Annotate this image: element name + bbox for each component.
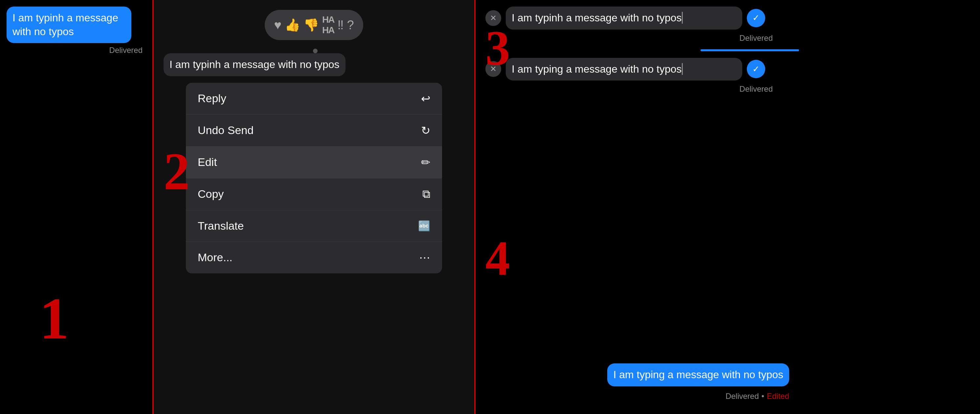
reaction-thumbsdown-icon[interactable]: 👎 (304, 18, 319, 32)
reaction-heart-icon[interactable]: ♥ (274, 18, 282, 32)
reaction-haha-icon[interactable]: HAHA (322, 14, 334, 35)
menu-item-undo-send[interactable]: Undo Send ↻ (186, 115, 442, 146)
menu-translate-label: Translate (198, 220, 244, 232)
panel-2: ♥ 👍 👎 HAHA ‼ ? I am typinh a message wit… (154, 0, 476, 414)
menu-copy-label: Copy (198, 188, 224, 201)
text-selection-bar (700, 49, 799, 51)
edit-bubble-1[interactable]: I am typinh a message with no typos (506, 6, 742, 30)
edited-badge: Edited (767, 392, 789, 401)
message-bubble-2: I am typinh a message with no typos (164, 53, 345, 76)
translate-icon: 🔤 (418, 220, 430, 232)
menu-item-reply[interactable]: Reply ↩ (186, 83, 442, 115)
status-row-4: Delivered • Edited (476, 392, 799, 401)
sent-bubble-4: I am typing a message with no typos (607, 363, 789, 386)
send-button-2[interactable]: ✓ (747, 60, 765, 78)
step-number-1: 1 (40, 289, 69, 348)
send-button-1[interactable]: ✓ (747, 9, 765, 27)
edit-text-2: I am typing (512, 63, 563, 75)
sent-bubble-row: I am typing a message with no typos (476, 363, 799, 390)
reaction-emphasis-icon[interactable]: ‼ (337, 18, 344, 32)
menu-edit-label: Edit (198, 156, 217, 169)
menu-item-more[interactable]: More... ⋯ (186, 242, 442, 273)
cursor-1: a message with no typos (563, 12, 683, 24)
panel-3: ✕ I am typinh a message with no typos ✓ … (476, 0, 799, 414)
step-number-3: 3 (485, 20, 510, 76)
cursor-2: a message with no typos (563, 63, 683, 75)
menu-reply-label: Reply (198, 92, 226, 105)
delivered-status-3b: Delivered (476, 84, 799, 94)
delivered-label-4: Delivered (725, 392, 759, 401)
context-menu: Reply ↩ Undo Send ↻ Edit ✏ Copy ⧉ Transl… (186, 83, 442, 273)
reply-icon: ↩ (421, 92, 430, 105)
delivered-status-3a: Delivered (476, 33, 799, 43)
edit-row-1: ✕ I am typinh a message with no typos ✓ (476, 6, 799, 30)
edit-icon: ✏ (421, 156, 430, 169)
reaction-question-icon[interactable]: ? (347, 18, 354, 32)
menu-more-label: More... (198, 251, 232, 264)
edit-bubble-2[interactable]: I am typing a message with no typos (506, 58, 742, 81)
step-number-4: 4 (485, 230, 510, 287)
reaction-bar: ♥ 👍 👎 HAHA ‼ ? (265, 10, 363, 40)
copy-icon: ⧉ (422, 188, 430, 201)
edit-text-1: I am typinh (512, 12, 563, 24)
delivered-status-1: Delivered (6, 46, 146, 55)
menu-item-copy[interactable]: Copy ⧉ (186, 178, 442, 210)
undo-send-icon: ↻ (421, 124, 430, 137)
reaction-thumbsup-icon[interactable]: 👍 (285, 18, 300, 32)
more-icon: ⋯ (419, 251, 430, 264)
bubble-tail-dot (313, 49, 318, 53)
panel-1: I am typinh a message with no typos Deli… (0, 0, 154, 414)
step-number-2: 2 (164, 141, 190, 202)
menu-item-translate[interactable]: Translate 🔤 (186, 210, 442, 242)
menu-item-edit[interactable]: Edit ✏ (186, 146, 442, 178)
message-bubble-1: I am typinh a message with no typos (6, 6, 131, 43)
dot-separator: • (762, 392, 764, 401)
edit-row-2: ✕ I am typing a message with no typos ✓ (476, 58, 799, 81)
message-bubble-row-2: I am typinh a message with no typos (154, 53, 474, 76)
menu-undo-send-label: Undo Send (198, 124, 253, 137)
